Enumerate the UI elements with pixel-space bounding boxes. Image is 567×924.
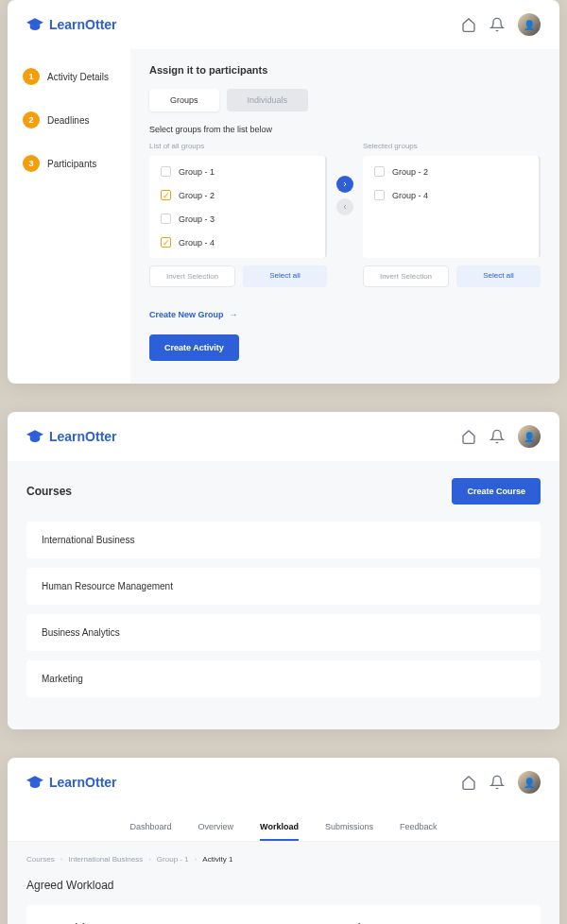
course-item[interactable]: Business Analytics <box>26 614 541 651</box>
tab-feedback[interactable]: Feedback <box>400 814 438 841</box>
invert-selection-left[interactable]: Invert Selection <box>149 265 235 287</box>
tab-individuals[interactable]: Individuals <box>227 89 309 111</box>
workload-title: Agreed Workload <box>26 879 541 892</box>
create-new-group-link[interactable]: Create New Group→ <box>149 310 541 319</box>
select-label: Select groups from the list below <box>149 125 541 134</box>
bell-icon[interactable] <box>490 429 505 444</box>
user-avatar[interactable]: 👤 <box>518 425 541 448</box>
selected-groups-list: Group - 2 Group - 4 <box>363 156 541 258</box>
breadcrumb-item[interactable]: Courses <box>26 855 55 864</box>
course-item[interactable]: Human Resource Management <box>26 568 541 605</box>
graduation-cap-icon <box>26 430 43 443</box>
graduation-cap-icon <box>26 776 43 789</box>
nav-tabs: Dashboard Overview Workload Submissions … <box>8 807 559 842</box>
tab-workload[interactable]: Workload <box>260 814 299 841</box>
breadcrumb-item[interactable]: International Business <box>68 855 143 864</box>
chevron-right-icon: › <box>148 855 151 864</box>
transfer-left-button[interactable] <box>336 198 353 215</box>
logo[interactable]: LearnOtter <box>26 429 117 444</box>
bell-icon[interactable] <box>490 17 505 32</box>
checkbox-icon <box>374 190 385 200</box>
tab-overview[interactable]: Overview <box>198 814 234 841</box>
tab-dashboard[interactable]: Dashboard <box>130 814 172 841</box>
course-item[interactable]: Marketing <box>26 660 541 697</box>
tab-submissions[interactable]: Submissions <box>325 814 373 841</box>
chevron-right-icon <box>341 180 349 188</box>
user-avatar[interactable]: 👤 <box>518 13 541 36</box>
step-activity-details[interactable]: 1Activity Details <box>23 68 130 85</box>
checkbox-checked-icon: ✓ <box>161 190 171 200</box>
home-icon[interactable] <box>461 775 476 790</box>
step-participants[interactable]: 3Participants <box>23 155 130 172</box>
chevron-right-icon: › <box>195 855 198 864</box>
assign-title: Assign it to participants <box>149 64 541 76</box>
tab-groups[interactable]: Groups <box>149 89 219 111</box>
brand-name: LearnOtter <box>49 429 117 444</box>
brand-name: LearnOtter <box>49 17 117 32</box>
courses-title: Courses <box>26 485 72 498</box>
list-item[interactable]: Group - 1 <box>149 160 325 183</box>
course-item[interactable]: International Business <box>26 522 541 558</box>
graduation-cap-icon <box>26 18 43 31</box>
logo[interactable]: LearnOtter <box>26 775 117 790</box>
checkbox-icon <box>161 214 171 224</box>
arrow-right-icon: → <box>230 310 238 319</box>
checkbox-checked-icon: ✓ <box>161 237 171 248</box>
wizard-steps: 1Activity Details 2Deadlines 3Participan… <box>8 49 130 384</box>
right-list-header: Selected groups <box>363 142 541 150</box>
list-item[interactable]: Group - 2 <box>363 160 539 183</box>
left-list-header: List of all groups <box>149 142 327 150</box>
transfer-right-button[interactable] <box>336 176 353 193</box>
select-all-left[interactable]: Select all <box>243 265 327 287</box>
chevron-left-icon <box>341 203 349 211</box>
chevron-right-icon: › <box>60 855 63 864</box>
breadcrumb: Courses› International Business› Group -… <box>26 855 541 864</box>
breadcrumb-item[interactable]: Group - 1 <box>157 855 189 864</box>
all-groups-list: Group - 1 ✓Group - 2 Group - 3 ✓Group - … <box>149 156 327 258</box>
brand-name: LearnOtter <box>49 775 117 790</box>
workload-table: Participant Role David Luiz Will look at… <box>26 905 541 924</box>
logo[interactable]: LearnOtter <box>26 17 117 32</box>
list-item[interactable]: ✓Group - 2 <box>149 183 325 207</box>
bell-icon[interactable] <box>490 775 505 790</box>
home-icon[interactable] <box>461 17 476 32</box>
home-icon[interactable] <box>461 429 476 444</box>
list-item[interactable]: Group - 3 <box>149 207 325 231</box>
checkbox-icon <box>374 166 385 177</box>
create-course-button[interactable]: Create Course <box>452 478 541 505</box>
step-deadlines[interactable]: 2Deadlines <box>23 111 130 128</box>
invert-selection-right[interactable]: Invert Selection <box>363 265 449 287</box>
breadcrumb-current: Activity 1 <box>202 855 232 864</box>
user-avatar[interactable]: 👤 <box>518 771 541 794</box>
create-activity-button[interactable]: Create Activity <box>149 334 239 361</box>
checkbox-icon <box>161 166 171 177</box>
list-item[interactable]: ✓Group - 4 <box>149 231 325 254</box>
list-item[interactable]: Group - 4 <box>363 183 539 207</box>
select-all-right[interactable]: Select all <box>456 265 541 287</box>
